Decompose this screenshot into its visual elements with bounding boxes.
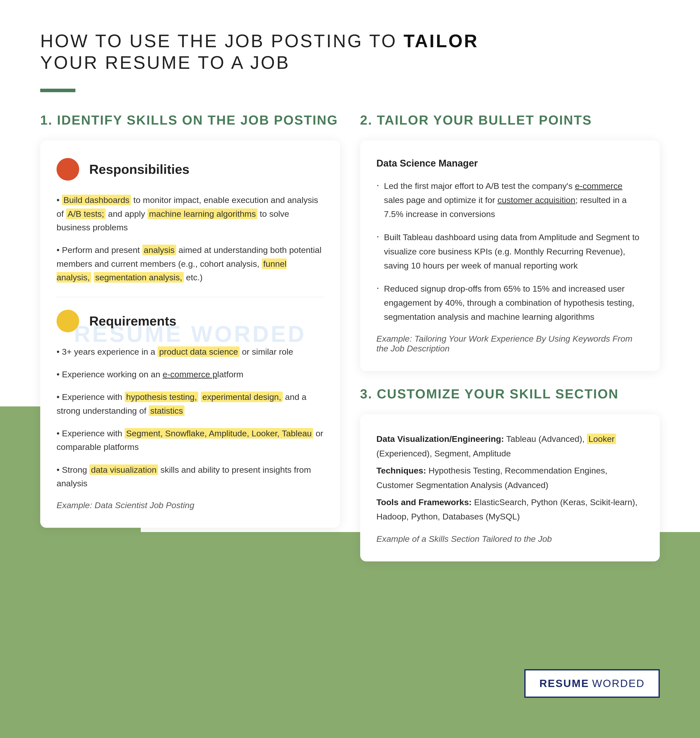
skills-line-2: Techniques: Hypothesis Testing, Recommen… <box>376 464 644 493</box>
highlight-segmentation: segmentation analysis, <box>94 272 184 283</box>
highlight-looker: Looker <box>587 434 616 444</box>
skills-line-3: Tools and Frameworks: ElasticSearch, Pyt… <box>376 495 644 524</box>
card1-content: Responsibilities Build dashboards to mon… <box>57 158 324 510</box>
resp-bullet-2: Perform and present analysis aimed at un… <box>57 243 324 284</box>
resp-bullet-1: Build dashboards to monitor impact, enab… <box>57 193 324 234</box>
title-underline <box>40 89 75 92</box>
section2-example: Example: Tailoring Your Work Experience … <box>376 334 644 354</box>
section1-card: RESUME WORDED Responsibilities Build das… <box>40 141 340 528</box>
main-content: HOW TO USE THE JOB POSTING TO TAILOR YOU… <box>0 0 700 612</box>
title-prefix: HOW TO USE THE JOB POSTING TO <box>40 31 404 51</box>
highlight-statistics: statistics <box>149 405 184 416</box>
responsibilities-label: Responsibilities <box>89 162 190 177</box>
skills-label-2: Techniques: <box>376 466 426 475</box>
job-title: Data Science Manager <box>376 158 644 169</box>
req-bullet-3: Experience with hypothesis testing, expe… <box>57 390 324 418</box>
responsibilities-header: Responsibilities <box>57 158 324 180</box>
section2-bullet-3: Reduced signup drop-offs from 65% to 15%… <box>376 282 644 324</box>
section1-example: Example: Data Scientist Job Posting <box>57 500 324 510</box>
skills-label-1: Data Visualization/Engineering: <box>376 434 504 444</box>
req-bullet-4: Experience with Segment, Snowflake, Ampl… <box>57 427 324 454</box>
highlight-data-viz: data visualization <box>90 464 158 475</box>
section2-bullet-2: Built Tableau dashboard using data from … <box>376 230 644 272</box>
logo-box: RESUME WORDED <box>524 669 660 698</box>
logo-resume: RESUME <box>540 678 589 690</box>
requirements-header: Requirements <box>57 310 324 332</box>
highlight-ab-tests: A/B tests; <box>66 208 106 219</box>
skills-label-3: Tools and Frameworks: <box>376 497 472 507</box>
red-circle-icon <box>57 158 79 180</box>
left-column: 1. IDENTIFY SKILLS ON THE JOB POSTING RE… <box>40 112 340 540</box>
skills-line-1: Data Visualization/Engineering: Tableau … <box>376 432 644 461</box>
section2-bullet-1: Led the first major effort to A/B test t… <box>376 179 644 221</box>
highlight-hyp-testing: hypothesis testing, <box>125 392 199 402</box>
underline-cust-acq: customer acquisition <box>497 195 575 205</box>
right-column: 2. TAILOR YOUR BULLET POINTS Data Scienc… <box>360 112 660 561</box>
highlight-ml-algorithms: machine learning algorithms <box>147 208 257 219</box>
section3-heading: 3. CUSTOMIZE YOUR SKILL SECTION <box>360 386 660 402</box>
title-suffix: YOUR RESUME TO A JOB <box>40 53 290 73</box>
underline-ecommerce: e-commerce p <box>163 370 217 379</box>
yellow-circle-icon <box>57 310 79 332</box>
highlight-analysis: analysis <box>142 245 176 255</box>
logo-area: RESUME WORDED <box>524 669 660 698</box>
req-bullet-2: Experience working on an e-commerce plat… <box>57 367 324 381</box>
main-title: HOW TO USE THE JOB POSTING TO TAILOR YOU… <box>40 30 660 73</box>
two-column-layout: 1. IDENTIFY SKILLS ON THE JOB POSTING RE… <box>40 112 660 561</box>
page-wrapper: HOW TO USE THE JOB POSTING TO TAILOR YOU… <box>0 0 700 738</box>
section1-heading: 1. IDENTIFY SKILLS ON THE JOB POSTING <box>40 112 340 128</box>
highlight-exp-design: experimental design, <box>201 392 283 402</box>
underline-ecommerce-2: e-commerce <box>575 181 622 191</box>
req-bullet-5: Strong data visualization skills and abi… <box>57 463 324 490</box>
logo-worded: WORDED <box>592 678 645 690</box>
req-bullet-1: 3+ years experience in a product data sc… <box>57 345 324 358</box>
highlight-product-ds: product data science <box>157 346 240 357</box>
section-divider <box>57 297 324 297</box>
section2-card: Data Science Manager Led the first major… <box>360 141 660 371</box>
section3-card: Data Visualization/Engineering: Tableau … <box>360 414 660 561</box>
highlight-build-dashboards: Build dashboards <box>62 195 131 205</box>
highlight-tools: Segment, Snowflake, Amplitude, Looker, T… <box>125 428 313 439</box>
section3-example: Example of a Skills Section Tailored to … <box>376 534 644 544</box>
section2-heading: 2. TAILOR YOUR BULLET POINTS <box>360 112 660 128</box>
requirements-label: Requirements <box>89 314 176 329</box>
title-bold: TAILOR <box>404 31 479 51</box>
